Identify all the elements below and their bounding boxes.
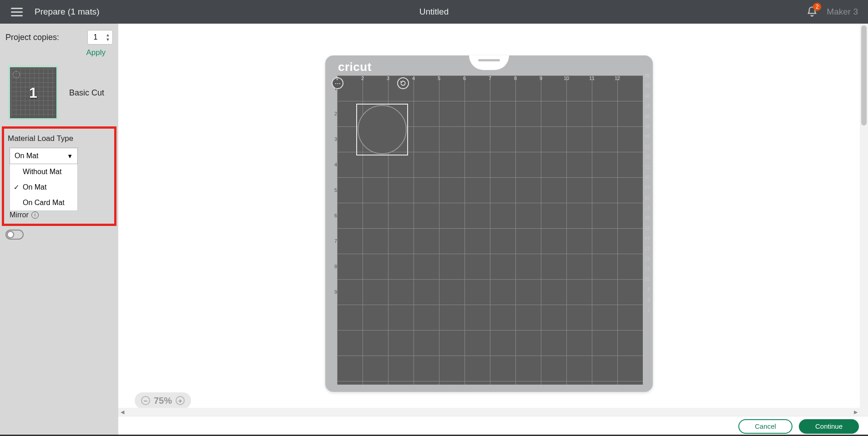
mat-grid — [337, 75, 643, 385]
mat-number: 1 — [29, 85, 37, 101]
cancel-button[interactable]: Cancel — [738, 419, 792, 434]
scroll-right-icon[interactable]: ▶ — [852, 409, 860, 415]
material-load-type-select[interactable]: On Mat ▼ — [10, 148, 78, 164]
mat-handle-icon — [469, 55, 509, 70]
zoom-out-button[interactable]: − — [141, 396, 150, 405]
option-on-mat[interactable]: On Mat — [10, 180, 77, 195]
sidebar: Project copies: ▲ ▼ Apply 1 Basic Cut Ma… — [0, 24, 118, 436]
apply-button[interactable]: Apply — [86, 48, 106, 57]
info-icon[interactable]: i — [31, 211, 39, 219]
menu-icon[interactable] — [11, 5, 25, 19]
vertical-scrollbar[interactable] — [860, 24, 868, 416]
device-label[interactable]: Maker 3 — [827, 7, 858, 17]
ruler-right: 3029 2827 2625 2423 2221 2019 1817 1615 … — [642, 75, 650, 320]
document-title[interactable]: Untitled — [419, 7, 449, 17]
scroll-left-icon[interactable]: ◀ — [118, 409, 126, 415]
mat-brand-label: cricut — [338, 60, 372, 74]
footer-bar: Cancel Continue — [118, 416, 868, 436]
mat-name-label: Basic Cut — [69, 88, 104, 98]
option-without-mat[interactable]: Without Mat — [10, 164, 77, 180]
cutting-mat[interactable]: cricut ⋯ 12 — [325, 55, 653, 392]
shape-circle[interactable] — [358, 105, 407, 154]
stepper-up-icon[interactable]: ▲ — [104, 33, 111, 37]
ruler-left: 12 34 56 78 9 — [329, 75, 337, 305]
chevron-down-icon: ▼ — [67, 153, 73, 160]
top-bar: Prepare (1 mats) Untitled 2 Maker 3 — [0, 0, 868, 24]
mat-list-item[interactable]: 1 Basic Cut — [0, 62, 118, 126]
notification-badge: 2 — [813, 3, 821, 11]
project-copies-label: Project copies: — [5, 33, 84, 42]
selection-bounding-box[interactable] — [356, 104, 408, 155]
material-load-type-label: Material Load Type — [4, 129, 114, 148]
material-load-type-dropdown: Without Mat On Mat On Card Mat — [10, 164, 78, 211]
project-copies-input[interactable] — [88, 33, 103, 41]
project-copies-stepper[interactable]: ▲ ▼ — [87, 30, 113, 45]
mirror-toggle[interactable] — [5, 230, 24, 240]
mat-thumbnail: 1 — [8, 65, 58, 120]
stepper-down-icon[interactable]: ▼ — [104, 37, 111, 42]
page-title: Prepare (1 mats) — [35, 7, 100, 17]
zoom-level: 75% — [154, 396, 172, 406]
mirror-label: Mirror — [10, 211, 29, 219]
notifications-button[interactable]: 2 — [806, 5, 818, 18]
ruler-top: 12 34 56 78 910 1112 — [337, 75, 643, 83]
horizontal-scrollbar[interactable]: ◀ ▶ — [118, 408, 860, 416]
material-load-type-value: On Mat — [15, 152, 38, 160]
option-on-card-mat[interactable]: On Card Mat — [10, 195, 77, 210]
zoom-in-button[interactable]: + — [176, 396, 185, 405]
material-load-type-panel: Material Load Type On Mat ▼ Without Mat … — [2, 126, 116, 226]
continue-button[interactable]: Continue — [799, 419, 859, 434]
canvas-area: cricut ⋯ 12 — [118, 24, 868, 436]
zoom-control: − 75% + — [135, 392, 191, 409]
